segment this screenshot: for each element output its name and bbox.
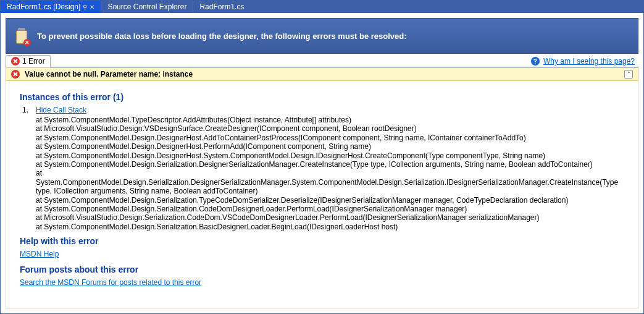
clipboard-error-icon: ✕ [15, 28, 28, 44]
document-tabs: RadForm1.cs [Design] ⚲ ✕ Source Control … [1, 1, 643, 13]
list-number: 1. [20, 106, 28, 114]
tab-label: RadForm1.cs [Design] [7, 2, 80, 11]
forum-heading: Forum posts about this error [20, 265, 624, 274]
errors-tab[interactable]: 1 Error [6, 55, 51, 67]
error-details: Instances of this error (1) 1. Hide Call… [6, 81, 638, 308]
error-icon [11, 70, 20, 78]
why-seeing-link[interactable]: Why am I seeing this page? [543, 57, 635, 66]
tab-label: RadForm1.cs [199, 2, 244, 11]
call-stack: at System.ComponentModel.TypeDescriptor.… [36, 116, 624, 231]
pin-icon[interactable]: ⚲ [83, 4, 87, 11]
help-heading: Help with this error [20, 236, 624, 246]
collapse-button[interactable]: ˄ [624, 70, 633, 78]
close-icon[interactable]: ✕ [90, 4, 94, 11]
errors-tab-label: 1 Error [22, 57, 45, 66]
error-tabs-row: 1 Error ? Why am I seeing this page? [6, 54, 638, 67]
designer-error-banner: ✕ To prevent possible data loss before l… [6, 18, 638, 54]
tab-radform-design[interactable]: RadForm1.cs [Design] ⚲ ✕ [1, 1, 101, 13]
tab-label: Source Control Explorer [107, 2, 186, 11]
error-icon [11, 57, 20, 66]
error-message: Value cannot be null. Parameter name: in… [25, 70, 193, 78]
tab-source-control-explorer[interactable]: Source Control Explorer [101, 1, 193, 13]
help-icon: ? [531, 57, 540, 66]
chevron-up-icon: ˄ [627, 71, 630, 77]
error-header-bar: Value cannot be null. Parameter name: in… [6, 67, 638, 81]
msdn-help-link[interactable]: MSDN Help [20, 250, 59, 258]
instances-heading: Instances of this error (1) [20, 92, 624, 102]
why-seeing-help: ? Why am I seeing this page? [531, 57, 638, 67]
search-forums-link[interactable]: Search the MSDN Forums for posts related… [20, 278, 201, 287]
tab-radform-cs[interactable]: RadForm1.cs [193, 1, 250, 13]
hide-call-stack-link[interactable]: Hide Call Stack [36, 106, 86, 114]
banner-message: To prevent possible data loss before loa… [37, 32, 407, 41]
